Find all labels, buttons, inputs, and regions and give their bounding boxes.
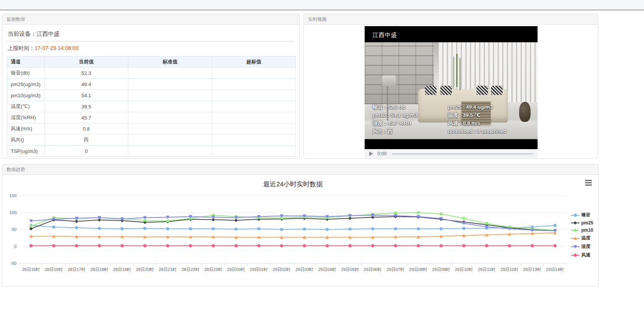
overlay-value: 噪音 : 52.3 db (373, 103, 448, 111)
cell-exceed (212, 135, 296, 146)
legend-item-0[interactable]: 噪音 (571, 212, 593, 218)
series-噪音 (30, 224, 557, 231)
svg-text:29日06时: 29日06时 (364, 267, 382, 272)
cell-current: 西 (45, 135, 128, 146)
lamp-shade-icon (382, 75, 396, 86)
pillow-decor (476, 86, 488, 95)
table-header-2: 标准值 (128, 56, 212, 68)
chart-legend: 噪音pm25pm10温度湿度风速 (571, 212, 593, 260)
series-风速 (30, 244, 557, 247)
cell-current: 54.1 (45, 90, 128, 101)
table-row: 湿度(%RH)45.7 (7, 112, 296, 123)
video-panel-title: 实时视频 (304, 14, 598, 25)
svg-text:0: 0 (14, 244, 17, 249)
legend-item-3[interactable]: 温度 (571, 235, 593, 241)
svg-text:50: 50 (12, 227, 17, 232)
cell-exceed (212, 146, 296, 157)
pillow-decor (491, 86, 503, 95)
cell-exceed (212, 123, 296, 135)
cell-current: 0.8 (45, 123, 128, 135)
cell-exceed (212, 79, 296, 90)
video-letterbox-strip (365, 139, 538, 149)
svg-text:29日04时: 29日04时 (318, 267, 336, 272)
legend-item-1[interactable]: pm25 (571, 220, 593, 226)
overlay-value: 风向 : 西 (373, 127, 448, 135)
video-data-overlay: 噪音 : 52.3 dbpm25 : 49.4 ug/m3pm10 : 54.1… (373, 103, 506, 135)
overlay-value: pm10 : 54.1 ug/m3 (373, 111, 448, 119)
data-trend-panel: 数据趋势 最近24小时实时数据 -5005010015028日15时28日16时… (2, 164, 599, 286)
pillow-decor (440, 86, 452, 95)
trend-panel-title: 数据趋势 (2, 164, 598, 175)
table-row: 噪音(db)52.3 (7, 68, 296, 79)
svg-text:28日22时: 28日22时 (181, 267, 199, 272)
report-time-line: 上报时间：17-07-29 14:08:00 (7, 42, 295, 55)
overlay-data-row: pm10 : 54.1 ug/m3温度 : 39.5 ℃ (373, 111, 506, 119)
video-still-frame: 噪音 : 52.3 dbpm25 : 49.4 ug/m3pm10 : 54.1… (365, 42, 538, 139)
cell-standard (128, 135, 212, 146)
table-row: pm25(ug/m3)49.4 (7, 79, 296, 90)
overlay-value: pm25 : 49.4 ug/m3 (448, 103, 493, 111)
vase-decor (519, 102, 531, 122)
svg-text:28日16时: 28日16时 (45, 267, 63, 272)
overlay-value: 湿度 : 45.7 %RH (373, 119, 448, 127)
table-row: pm10(ug/m3)54.1 (7, 90, 296, 101)
video-player[interactable]: 江西中盛 (365, 26, 538, 158)
cell-channel: 温度(℃) (7, 101, 45, 112)
overlay-data-row: 风向 : 西undefined : 0 undefined (373, 127, 506, 135)
legend-marker-icon (571, 213, 579, 218)
channel-table: 通道当前值标准值超标值 噪音(db)52.3pm25(ug/m3)49.4pm1… (7, 56, 296, 157)
svg-text:28日18时: 28日18时 (90, 267, 108, 272)
cell-channel: 噪音(db) (7, 68, 45, 79)
legend-label: pm25 (581, 220, 593, 226)
cell-current: 45.7 (45, 112, 128, 123)
overlay-value: 风速 : 0.8 m/s (448, 119, 481, 127)
cell-current: 0 (45, 146, 128, 157)
page-content: 监测数据 当前设备：江西中盛 上报时间：17-07-29 14:08:00 通道… (0, 10, 599, 286)
plant-decor (456, 54, 458, 87)
seek-bar[interactable] (392, 153, 533, 155)
cell-current: 52.3 (45, 68, 128, 79)
svg-text:29日11时: 29日11时 (478, 267, 496, 272)
legend-marker-icon (571, 228, 579, 233)
cell-exceed (212, 68, 296, 79)
cell-current: 49.4 (45, 79, 128, 90)
svg-text:-50: -50 (10, 261, 17, 266)
cell-standard (128, 101, 212, 112)
legend-label: 湿度 (581, 243, 591, 250)
video-device-title: 江西中盛 (365, 26, 538, 42)
table-row: TSP(ug/m3)0 (7, 146, 296, 157)
realtime-video-panel: 实时视频 江西中盛 (304, 14, 598, 159)
svg-text:28日23时: 28日23时 (204, 267, 222, 272)
legend-item-5[interactable]: 风速 (571, 252, 593, 258)
svg-text:28日20时: 28日20时 (136, 267, 154, 272)
table-header-1: 当前值 (45, 56, 128, 68)
svg-text:29日14时: 29日14时 (546, 267, 564, 272)
svg-text:28日21时: 28日21时 (159, 267, 176, 272)
cell-exceed (212, 112, 296, 123)
legend-label: 温度 (581, 235, 591, 241)
chart-title: 最近24小时实时数据 (2, 180, 584, 189)
svg-text:29日07时: 29日07时 (387, 267, 404, 272)
table-row: 风向()西 (7, 135, 296, 146)
svg-text:29日09时: 29日09时 (432, 267, 450, 272)
overlay-value: undefined : 0 undefined (448, 127, 506, 135)
legend-marker-icon (571, 253, 579, 258)
cell-current: 39.5 (45, 101, 128, 112)
legend-item-4[interactable]: 湿度 (571, 243, 593, 250)
svg-text:29日01时: 29日01时 (250, 267, 267, 272)
series-温度 (29, 231, 557, 239)
legend-label: pm10 (581, 228, 593, 233)
table-row: 温度(℃)39.5 (7, 101, 296, 112)
cell-exceed (212, 90, 296, 101)
cell-standard (128, 79, 212, 90)
svg-text:29日13时: 29日13时 (523, 267, 541, 272)
series-湿度 (29, 214, 557, 233)
cell-standard (128, 68, 212, 79)
legend-item-2[interactable]: pm10 (571, 228, 593, 233)
svg-text:100: 100 (10, 210, 17, 215)
chart-export-menu-icon[interactable] (585, 180, 592, 187)
svg-text:28日17时: 28日17时 (68, 267, 85, 272)
play-button[interactable] (369, 151, 373, 156)
cell-standard (128, 146, 212, 157)
table-header-0: 通道 (7, 56, 45, 68)
